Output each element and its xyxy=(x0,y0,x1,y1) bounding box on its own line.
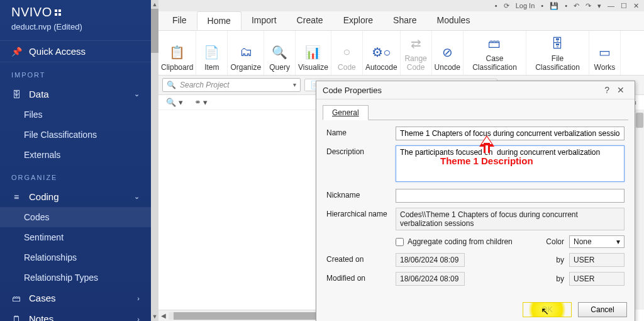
ribbon-file-classification[interactable]: 🗄File Classification xyxy=(526,31,589,75)
data-icon: 🗄 xyxy=(11,89,21,99)
tab-general[interactable]: General xyxy=(323,105,369,120)
pin-icon: 📌 xyxy=(11,47,21,57)
name-input[interactable] xyxy=(396,127,625,140)
link-icon[interactable]: ⚭ ▾ xyxy=(194,98,208,107)
cancel-button[interactable]: Cancel xyxy=(578,302,627,317)
undo-icon[interactable]: ↶ xyxy=(574,2,579,10)
aggregate-checkbox[interactable]: Aggregate coding from children xyxy=(396,237,513,246)
menu-home[interactable]: Home xyxy=(197,11,242,30)
chevron-down-icon[interactable]: ▾ xyxy=(293,81,296,88)
dialog-tabs: General xyxy=(316,99,635,120)
ribbon-item[interactable]: 📄Item xyxy=(196,31,228,75)
scroll-thumb[interactable] xyxy=(636,113,643,128)
login-link[interactable]: Log In xyxy=(516,2,535,9)
nav-externals[interactable]: Externals xyxy=(0,145,151,165)
close-button[interactable]: ✕ xyxy=(633,2,639,10)
description-input[interactable] xyxy=(396,145,625,182)
minimize-button[interactable]: — xyxy=(608,2,614,9)
filecls-icon: 🗄 xyxy=(551,35,564,52)
item-icon: 📄 xyxy=(204,43,219,61)
sidebar-scrollbar[interactable]: ▲ ▼ xyxy=(151,0,158,321)
scroll-left-icon[interactable]: ◀ xyxy=(158,312,169,319)
modified-by-value: USER xyxy=(569,272,625,286)
nav-data-label: Data xyxy=(29,89,49,99)
ribbon-query[interactable]: 🔍Query xyxy=(264,31,296,75)
dialog-titlebar: Code Properties ? ✕ xyxy=(316,81,635,99)
rangecode-icon: ⇄ xyxy=(411,35,421,52)
brand-dots-icon xyxy=(55,9,61,16)
dropdown-icon[interactable]: ▾ xyxy=(597,2,601,10)
ribbon-uncode[interactable]: ⊘Uncode xyxy=(432,31,464,75)
section-organize: ORGANIZE xyxy=(0,165,151,186)
label-hierarchical: Hierarchical name xyxy=(326,208,396,218)
close-dialog-button[interactable]: ✕ xyxy=(613,85,628,95)
ribbon-case-classification[interactable]: 🗃Case Classification xyxy=(464,31,526,75)
zoom-icon[interactable]: 🔍 ▾ xyxy=(166,98,183,107)
ribbon-autocode[interactable]: ⚙○Autocode xyxy=(363,31,401,75)
code-icon: ○ xyxy=(343,43,350,61)
menu-modules[interactable]: Modules xyxy=(426,11,480,30)
quick-access-label: Quick Access xyxy=(29,46,86,57)
brand: NVIVO xyxy=(0,0,151,21)
ribbon-visualize[interactable]: 📊Visualize xyxy=(296,31,331,75)
dialog-title: Code Properties xyxy=(323,86,382,95)
nav-codes[interactable]: Codes xyxy=(0,207,151,227)
nav-relationships[interactable]: Relationships xyxy=(0,247,151,268)
label-nickname: Nickname xyxy=(326,189,396,200)
nav-notes[interactable]: 🗒 Notes › xyxy=(0,308,151,321)
label-name: Name xyxy=(326,127,396,137)
code-properties-dialog: Code Properties ? ✕ General Name Descrip… xyxy=(316,81,635,321)
search-icon: 🔍 xyxy=(167,81,176,89)
chevron-down-icon: ⌄ xyxy=(134,193,140,201)
menu-create[interactable]: Create xyxy=(287,11,333,30)
uncode-icon: ⊘ xyxy=(442,43,453,61)
chevron-down-icon: ▾ xyxy=(616,237,620,246)
scroll-down-icon[interactable]: ▼ xyxy=(152,312,158,321)
color-select[interactable]: None▾ xyxy=(569,235,625,248)
nav-file-classifications[interactable]: File Classifications xyxy=(0,125,151,145)
nav-coding[interactable]: ≡ Coding ⌄ xyxy=(0,186,151,207)
nickname-input[interactable] xyxy=(396,189,625,203)
quick-access[interactable]: 📌 Quick Access xyxy=(0,40,151,62)
visualize-icon: 📊 xyxy=(305,43,321,61)
chevron-right-icon: › xyxy=(137,295,140,302)
coding-icon: ≡ xyxy=(11,192,21,202)
label-by: by xyxy=(556,274,564,283)
menu-share[interactable]: Share xyxy=(383,11,426,30)
redo-icon[interactable]: ↷ xyxy=(586,2,591,10)
search-input[interactable]: 🔍 Search Project ▾ xyxy=(162,78,301,92)
nav-relationship-types[interactable]: Relationship Types xyxy=(0,268,151,288)
label-description: Description xyxy=(326,145,396,156)
editor-scroll-vertical[interactable] xyxy=(634,110,644,310)
clipboard-icon: 📋 xyxy=(169,43,185,61)
ribbon-rangecode: ⇄Range Code xyxy=(401,31,432,75)
organize-icon: 🗂 xyxy=(240,43,252,61)
label-color: Color xyxy=(546,237,564,246)
nav-files[interactable]: Files xyxy=(0,104,151,125)
notes-icon: 🗒 xyxy=(11,314,21,322)
ribbon-clipboard[interactable]: 📋Clipboard xyxy=(158,31,196,75)
menu-file[interactable]: File xyxy=(162,11,197,30)
save-icon[interactable]: 💾 xyxy=(550,2,558,10)
main: • ⟳ Log In • 💾 • ↶ ↷ ▾ — ☐ ✕ File Home I… xyxy=(158,0,644,321)
ribbon-organize[interactable]: 🗂Organize xyxy=(228,31,264,75)
casecls-icon: 🗃 xyxy=(488,35,501,52)
maximize-button[interactable]: ☐ xyxy=(621,2,627,10)
scroll-thumb[interactable] xyxy=(151,9,158,53)
menu-explore[interactable]: Explore xyxy=(333,11,383,30)
help-button[interactable]: ? xyxy=(601,85,613,95)
sync-icon[interactable]: ⟳ xyxy=(504,2,509,10)
bullet-icon[interactable]: • xyxy=(495,2,497,9)
section-import: IMPORT xyxy=(0,62,151,84)
nav-sentiment[interactable]: Sentiment xyxy=(0,227,151,247)
hierarchical-readonly: Codes\\Theme 1 Chapters of focus during … xyxy=(396,208,625,230)
ribbon-workspace[interactable]: ▭Works xyxy=(589,31,621,75)
query-icon: 🔍 xyxy=(272,43,287,61)
nav-cases[interactable]: 🗃 Cases › xyxy=(0,288,151,308)
sep: • xyxy=(541,2,543,9)
nav-data[interactable]: 🗄 Data ⌄ xyxy=(0,84,151,104)
menu-import[interactable]: Import xyxy=(242,11,287,30)
scroll-up-icon[interactable]: ▲ xyxy=(152,0,158,9)
ok-button[interactable]: OK ↖ xyxy=(523,302,572,317)
created-by-value: USER xyxy=(569,253,625,267)
